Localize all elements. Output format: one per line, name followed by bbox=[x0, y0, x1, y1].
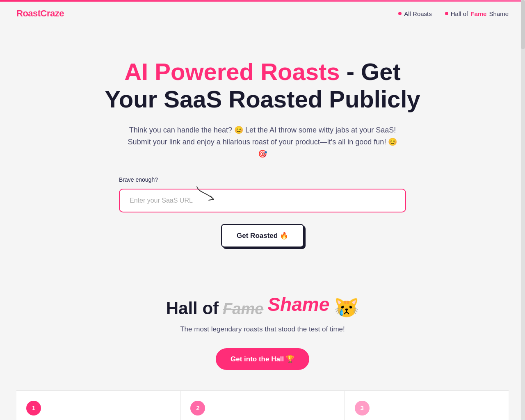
card-number-3: 3 bbox=[355, 401, 370, 415]
card-2: 2 ApplicantAI bbox=[180, 391, 345, 420]
nav-hall-fame: Fame bbox=[470, 10, 486, 17]
saas-url-input[interactable] bbox=[119, 189, 406, 212]
hall-shame-text: Shame bbox=[267, 293, 329, 315]
scrollbar-thumb[interactable] bbox=[521, 0, 525, 49]
shame-cat-icon: 😿 bbox=[334, 298, 359, 317]
navbar: RoastCraze All Roasts Hall of Fame Shame bbox=[0, 2, 525, 25]
nav-all-roasts[interactable]: All Roasts bbox=[398, 10, 432, 17]
nav-hall-of-shame[interactable]: Hall of Fame Shame bbox=[445, 10, 509, 17]
curl-arrow-icon bbox=[195, 185, 219, 205]
hero-section: AI Powered Roasts - Get Your SaaS Roaste… bbox=[0, 25, 525, 272]
hero-subtitle: Think you can handle the heat? 😊 Let the… bbox=[127, 124, 398, 160]
brave-label: Brave enough? bbox=[119, 176, 158, 183]
nav-links: All Roasts Hall of Fame Shame bbox=[398, 10, 509, 17]
get-into-hall-label: Get into the Hall 🏆 bbox=[231, 355, 294, 363]
get-roasted-button[interactable]: Get Roasted 🔥 bbox=[221, 224, 304, 247]
hall-title-wrapper: Hall of Fame Shame 😿 bbox=[166, 297, 359, 319]
card-1: 1 Podscan bbox=[16, 391, 180, 420]
hall-fame-text: Fame bbox=[223, 300, 263, 318]
hero-title: AI Powered Roasts - Get Your SaaS Roaste… bbox=[98, 58, 427, 113]
hall-subtitle: The most legendary roasts that stood the… bbox=[180, 325, 345, 333]
get-roasted-label: Get Roasted 🔥 bbox=[237, 231, 288, 240]
nav-hall-suffix: Shame bbox=[489, 10, 509, 17]
hall-title: Hall of Fame Shame bbox=[166, 297, 329, 319]
input-section: Brave enough? bbox=[119, 180, 406, 212]
card-number-2: 2 bbox=[190, 401, 205, 415]
get-into-hall-button[interactable]: Get into the Hall 🏆 bbox=[216, 348, 309, 370]
nav-flame-icon-1 bbox=[398, 12, 402, 15]
hall-section: Hall of Fame Shame 😿 The most legendary … bbox=[0, 272, 525, 420]
hero-title-highlight: AI Powered Roasts bbox=[124, 58, 340, 85]
nav-all-roasts-label: All Roasts bbox=[404, 10, 432, 17]
scrollbar[interactable] bbox=[521, 0, 525, 420]
nav-hall-prefix: Hall of bbox=[451, 10, 468, 17]
nav-flame-icon-2 bbox=[445, 12, 448, 15]
logo[interactable]: RoastCraze bbox=[16, 8, 64, 19]
card-3: 3 Photo AI by @iamohdisa bbox=[345, 391, 509, 420]
cards-row: 1 Podscan 2 ApplicantAI 3 Photo AI by @i… bbox=[16, 390, 509, 420]
hall-of-text: Hall of bbox=[166, 299, 219, 318]
card-number-1: 1 bbox=[26, 401, 41, 415]
